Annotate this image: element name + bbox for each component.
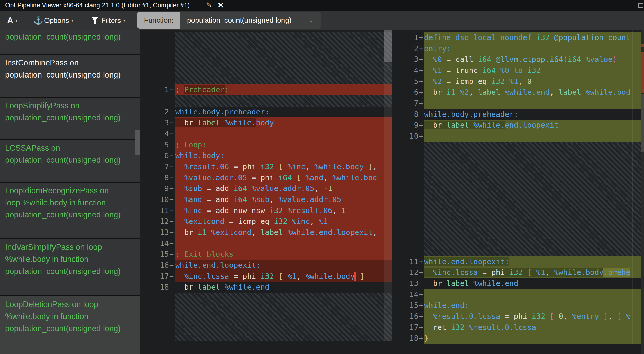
- font-size-button[interactable]: A ▾: [7, 11, 18, 30]
- sidebar-pass-item-7[interactable]: LoopDeletionPass on loop %while.body in …: [0, 296, 140, 354]
- diff-code-row: 10− %and = and i64 %sub, %value.addr.05: [143, 194, 392, 205]
- editor-scrollbar-thumb[interactable]: [384, 30, 392, 62]
- overview-ruler[interactable]: [641, 30, 644, 354]
- code-token: (: [563, 55, 567, 64]
- editor-scrollbar[interactable]: [384, 30, 392, 341]
- code-line: %inc.lcssa = phi i32 [ %1, %while.body.p…: [424, 267, 641, 278]
- code-token: while.end.loopexit:: [424, 257, 509, 266]
- code-line: %and = and i64 %sub, %value.addr.05: [175, 194, 392, 205]
- code-token: ,: [305, 162, 314, 171]
- code-token: ;: [175, 85, 184, 94]
- code-token: [424, 312, 433, 321]
- anchor-icon: ⚓: [33, 16, 43, 25]
- code-token: ,: [550, 88, 559, 97]
- code-token: =: [229, 162, 243, 171]
- code-line: %exitcond = icmp eq i32 %inc, %1: [175, 216, 392, 227]
- line-number: 9: [397, 120, 418, 131]
- code-token: ,: [373, 228, 377, 237]
- filters-button[interactable]: Filters ▾: [91, 11, 125, 30]
- code-token: %result.06: [184, 162, 229, 171]
- overview-ruler-thumb[interactable]: [641, 94, 644, 152]
- line-number: 8: [397, 109, 418, 120]
- options-label: Options: [44, 16, 69, 25]
- line-number: 10: [397, 131, 418, 142]
- sidebar-pass-item-1[interactable]: population_count(unsigned long): [0, 30, 140, 55]
- code-line: %1 = trunc i64 %0 to i32: [424, 65, 641, 76]
- diff-sign: +: [419, 267, 423, 278]
- chevron-down-icon: ▾: [15, 18, 18, 23]
- function-select[interactable]: population_count(unsigned long) ⌄: [180, 12, 321, 29]
- diff-sign: +: [419, 131, 423, 142]
- code-token: [: [279, 162, 288, 171]
- line-number: 11: [397, 256, 418, 267]
- code-token: i64: [234, 195, 252, 204]
- code-line: while.body.preheader:: [175, 107, 392, 118]
- code-token: icmp eq: [455, 77, 491, 86]
- diff-code-row: 4−: [143, 128, 392, 139]
- code-token: Preheader: [184, 85, 225, 94]
- code-token: %inc: [184, 206, 202, 215]
- diff-code-row: 5−; Loop:: [143, 139, 392, 150]
- code-token: ; Loop:: [175, 140, 207, 149]
- close-icon[interactable]: ✕: [217, 1, 224, 10]
- line-number: 9: [143, 183, 169, 194]
- code-token: %result.0.lcssa: [469, 323, 536, 332]
- code-token: =: [225, 217, 238, 226]
- function-selected-value: population_count(unsigned long): [187, 16, 291, 24]
- line-number: 15: [397, 300, 418, 311]
- options-button[interactable]: Options ▾: [44, 11, 73, 30]
- code-token: ,: [323, 173, 332, 182]
- code-token: [175, 184, 184, 193]
- code-token: %while.end.loopexit: [288, 228, 373, 237]
- diff-right-pane: 1+define dso_local noundef i32 @populati…: [397, 30, 644, 354]
- diff-code-row: 17− %inc.lcssa = phi i32 [ %1, %while.bo…: [143, 271, 392, 282]
- edit-title-icon[interactable]: ✎: [206, 1, 212, 9]
- code-line: while.end:: [424, 300, 641, 311]
- code-token: %1: [319, 217, 328, 226]
- chevron-down-icon: ▾: [71, 18, 74, 23]
- line-number: 16: [143, 260, 169, 271]
- diff-code-row: 11+while.end.loopexit:: [397, 256, 641, 267]
- line-number: 3: [143, 117, 169, 128]
- sidebar-pass-item-6[interactable]: IndVarSimplifyPass on loop %while.body i…: [0, 239, 140, 296]
- code-token: :: [225, 85, 229, 94]
- sidebar-scrollbar[interactable]: [135, 30, 140, 354]
- code-line: while.end.loopexit:: [175, 260, 392, 271]
- code-token: [175, 272, 184, 281]
- diff-code-row: 6+ br i1 %2, label %while.end, label %wh…: [397, 87, 641, 98]
- code-token: br: [184, 283, 198, 291]
- code-token: [424, 55, 433, 64]
- sidebar-pass-item-2[interactable]: InstCombinePass on population_count(unsi…: [0, 55, 140, 98]
- code-token: %while.: [225, 118, 256, 127]
- code-token: =: [500, 312, 514, 321]
- code-token: while.end:: [424, 301, 469, 310]
- line-number: 12: [143, 216, 169, 227]
- diff-sign: −: [169, 161, 174, 172]
- code-token: [175, 228, 184, 237]
- code-token: =: [202, 184, 216, 193]
- code-line: }: [424, 333, 641, 344]
- line-number: 7: [143, 161, 169, 172]
- code-token: i32: [536, 33, 554, 42]
- sidebar-pass-item-3[interactable]: LoopSimplifyPass on population_count(uns…: [0, 98, 140, 140]
- diff-code-row: 16−while.end.loopexit:: [143, 260, 392, 271]
- diff-code-row: 4+ %1 = trunc i64 %0 to i32: [397, 65, 641, 76]
- diff-marker: [641, 44, 644, 47]
- line-number: 13: [397, 278, 418, 289]
- sidebar-pass-item-4[interactable]: LCSSAPass on population_count(unsigned l…: [0, 140, 140, 183]
- code-token: i1: [446, 88, 460, 97]
- code-token: ,: [518, 77, 527, 86]
- code-token: ,: [296, 272, 305, 281]
- code-token: =: [442, 77, 455, 86]
- code-token: %2: [433, 77, 442, 86]
- sidebar-pass-item-5[interactable]: LoopIdiomRecognizePass on loop %while.bo…: [0, 183, 140, 239]
- code-token: 0: [527, 77, 532, 86]
- code-token: i32: [532, 312, 550, 321]
- maximize-icon[interactable]: [638, 3, 643, 8]
- code-token: %result.06: [288, 206, 333, 215]
- diff-sign: −: [169, 139, 174, 150]
- diff-code-row: 7− %result.06 = phi i32 [ %inc, %while.b…: [143, 161, 392, 172]
- anchor-button[interactable]: ⚓: [33, 11, 43, 30]
- sidebar-scrollbar-thumb[interactable]: [135, 130, 140, 155]
- chevron-down-icon: ▾: [123, 18, 125, 23]
